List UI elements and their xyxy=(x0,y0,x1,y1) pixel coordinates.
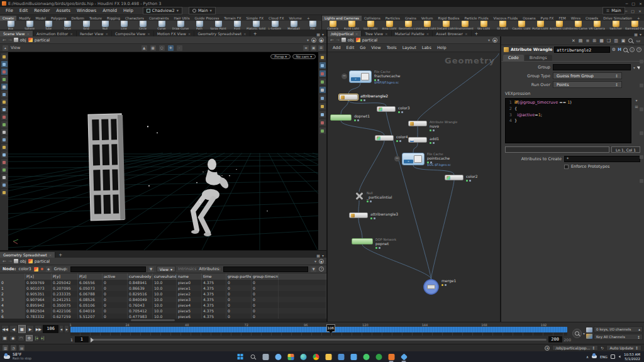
forward-icon[interactable]: → xyxy=(336,38,340,43)
prev-key-icon[interactable]: |◂ xyxy=(34,335,39,341)
view-mode-dropdown[interactable]: View ▾ xyxy=(157,266,175,272)
view-tool-icon[interactable] xyxy=(1,159,8,165)
lasso-select-icon[interactable]: ○ xyxy=(159,45,165,51)
shelf-tab-viscous-fluids[interactable]: Viscous Fluids xyxy=(491,16,521,21)
node-fracturecache[interactable]: »−File Cachefracturecache$HIP/$F.bgeo.sc xyxy=(349,70,372,83)
pin-icon[interactable]: ◆ xyxy=(492,38,497,43)
network-menu-add[interactable]: Add xyxy=(330,45,343,50)
shelf-tool-platonic-solids[interactable]: Platonic Solids xyxy=(247,21,265,30)
spreadsheet-rows[interactable]: 00.9097690.2050426.0655600.84894110.0pie… xyxy=(0,280,326,319)
shelf-tab-volume[interactable]: Volume xyxy=(286,16,304,21)
tab-material-palette[interactable]: Material Palette× xyxy=(392,31,433,36)
go-start-button[interactable]: ◀◀ xyxy=(1,325,9,333)
onedrive-icon[interactable] xyxy=(592,355,597,358)
ops-icon[interactable]: ✕ xyxy=(572,38,575,43)
shelf-tool-font[interactable]: Font xyxy=(228,21,247,30)
layout-quad-icon[interactable]: ⊞ xyxy=(318,45,324,51)
node-attribwrangle2[interactable]: attribwrangle2 xyxy=(339,94,358,100)
shelf-tool-path[interactable]: Path xyxy=(190,21,209,30)
forward-icon[interactable]: → xyxy=(8,38,12,43)
menu-render[interactable]: Render xyxy=(31,8,53,14)
taskbar-photos-icon[interactable] xyxy=(287,353,295,361)
enforce-prototypes-checkbox[interactable] xyxy=(564,165,569,169)
timeline-zoom-button[interactable] xyxy=(572,329,582,338)
shelf-tab-particles[interactable]: Particles xyxy=(383,16,402,21)
translate-icon[interactable] xyxy=(1,91,8,97)
shelf-tool-l-system[interactable]: L-System xyxy=(265,21,284,30)
column-header-group-timecruv[interactable]: group:timecruv xyxy=(252,273,279,280)
snap-point-icon[interactable] xyxy=(1,136,8,143)
context-root[interactable]: obj xyxy=(348,38,354,43)
node-name-field[interactable]: attribwrangle2 xyxy=(554,47,610,53)
taskbar-file-explorer-icon[interactable] xyxy=(325,353,333,361)
expand-editor-icon[interactable]: ⊞ xyxy=(635,104,638,109)
shelf-tab-cloud-fx[interactable]: Cloud FX xyxy=(266,16,286,21)
back-icon[interactable]: ← xyxy=(3,38,6,43)
run-over-dropdown[interactable]: Points↕ xyxy=(553,81,622,88)
code-line-4[interactable]: 4} xyxy=(506,118,631,124)
column-header-name[interactable]: name xyxy=(177,273,202,280)
paste-parms-icon[interactable]: ▥ xyxy=(614,38,618,43)
menu-windows[interactable]: Windows xyxy=(74,8,99,14)
shelf-tool-curve[interactable]: Curve xyxy=(152,21,171,30)
right-layout-selector[interactable]: ≡ Main xyxy=(602,7,625,14)
path-dropdown-icon[interactable]: ▾ xyxy=(488,38,490,42)
help-icon[interactable]: ? xyxy=(636,47,641,52)
shelf-tool-box[interactable]: Box xyxy=(1,21,20,30)
realtime-toggle-icon[interactable]: ◠ xyxy=(18,335,25,341)
network-canvas[interactable]: Geometry »−File Cachefracturecache$HIP/$… xyxy=(328,52,500,322)
code-line-1[interactable]: 1if(@group_timecruve == 1) xyxy=(506,100,631,106)
shelf-add-tab[interactable]: + xyxy=(635,16,643,21)
select-arrow-icon[interactable]: ▲ xyxy=(142,45,147,51)
tab-asset-browser[interactable]: Asset Browser× xyxy=(433,31,471,36)
tray-chevron-icon[interactable]: ∧ xyxy=(586,355,589,359)
pane-grid-icon[interactable]: ▦ xyxy=(316,253,320,258)
message-log-icon[interactable]: ✦ xyxy=(545,346,550,351)
node-pointscache[interactable]: »−File Cachepointscache$OS.$F.bgeo.sc xyxy=(402,153,425,165)
network-menu-tools[interactable]: Tools xyxy=(384,45,399,50)
tab-render-view[interactable]: Render View× xyxy=(77,31,112,36)
shelf-tool-circle[interactable]: Circle xyxy=(133,21,152,30)
shelf-tool-caustic-light[interactable]: Caustic Light xyxy=(512,21,531,30)
network-menu-view[interactable]: View xyxy=(369,45,383,50)
pane-menu-icon[interactable]: ▾ xyxy=(640,32,641,36)
shelf-tab-modify[interactable]: Modify xyxy=(16,16,33,21)
table-row[interactable]: 30.9079640.2412516.0852600.84004910.0pie… xyxy=(0,297,326,302)
node-nuvo[interactable]: Attribute Wranglenuvo xyxy=(408,121,427,126)
node-color4[interactable]: color4 xyxy=(375,135,394,141)
snap-magnet-icon[interactable] xyxy=(1,129,8,135)
ortho-icon[interactable] xyxy=(319,79,326,85)
shelf-tool-area-light[interactable]: Area Light xyxy=(380,21,399,30)
frame-step-fwd[interactable]: ▸ xyxy=(64,325,69,333)
column-header-P-y-[interactable]: P[y] xyxy=(52,273,78,280)
node-color2[interactable]: color2 xyxy=(445,175,464,180)
brush-select-icon[interactable]: ✚ xyxy=(168,45,174,51)
param-tab-code[interactable]: Code xyxy=(503,55,524,61)
shelf-tab-simple-fx[interactable]: Simple FX xyxy=(244,16,266,21)
funnel-icon-2[interactable]: ▼ xyxy=(311,266,316,272)
network-menu-help[interactable]: Help xyxy=(435,45,449,50)
shelf-tab-rigging[interactable]: Rigging xyxy=(104,16,123,21)
column-header-curveubody[interactable]: curveubody xyxy=(128,273,153,280)
hda-icon[interactable]: H xyxy=(618,47,621,52)
shelf-tool-sphere[interactable]: Sphere xyxy=(20,21,39,30)
shelf-tool-metaball[interactable]: Metaball xyxy=(284,21,303,30)
rotate-icon[interactable] xyxy=(1,99,8,105)
stowed-panel-rack[interactable] xyxy=(639,60,644,183)
shelf-tab-particle-fluids[interactable]: Particle Fluids xyxy=(462,16,491,21)
shelf-tab-terrain-fx[interactable]: Terrain FX xyxy=(221,16,243,21)
table-row[interactable]: 40.8959420.3500756.0510600.7604310.0piec… xyxy=(0,302,326,308)
shelf-tool-camera[interactable]: Camera xyxy=(323,21,342,30)
shelf-tool-stereo-camera[interactable]: Stereo Camera xyxy=(569,21,587,30)
shelf-tool-torus[interactable]: Torus xyxy=(58,21,77,30)
taskbar-task-view-icon[interactable] xyxy=(262,353,270,361)
snap-options-icon[interactable]: ≡ xyxy=(303,45,309,51)
code-dropdown-icon[interactable]: ▾ xyxy=(635,98,637,102)
flipbook-icon[interactable] xyxy=(1,174,8,180)
context-node[interactable]: partical xyxy=(35,259,50,264)
pane-grid-icon[interactable]: ⊞ xyxy=(592,38,596,43)
shelf-tool-spray-paint[interactable]: Spray Paint xyxy=(209,21,228,30)
snap-multi-icon[interactable] xyxy=(1,144,8,150)
pc-status-icon[interactable] xyxy=(611,354,615,359)
render-region-icon[interactable] xyxy=(1,167,8,173)
